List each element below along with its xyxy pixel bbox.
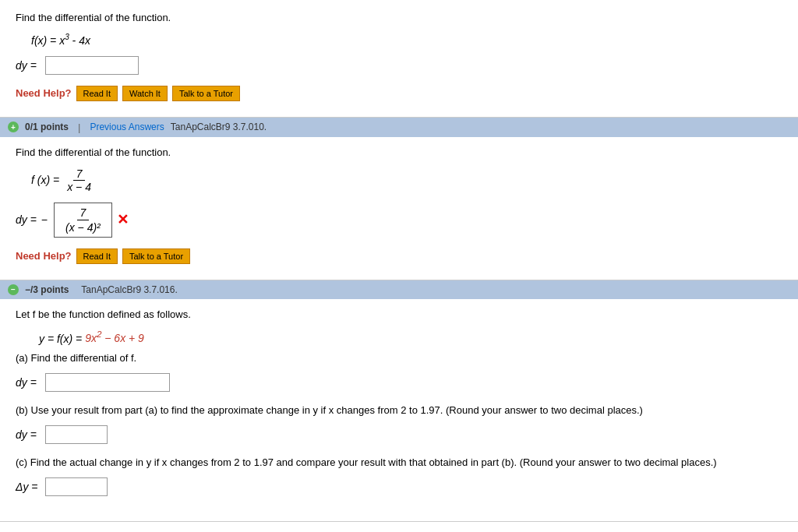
part-b: (b) Use your result from part (a) to fin… (16, 404, 782, 444)
frac-num-2: 7 (73, 167, 86, 181)
section-header-2: + 0/1 points | Previous Answers TanApCal… (0, 118, 798, 137)
status-circle-2: + (8, 122, 19, 132)
prev-answers-link-2[interactable]: Previous Answers (90, 122, 164, 132)
section-3: − −/3 points TanApCalcBr9 3.7.016. Let f… (0, 280, 798, 523)
answer-fraction-2: 7 (x − 4)² (54, 203, 112, 238)
eq-plain-3: y = f(x) = (39, 332, 85, 344)
section-2: + 0/1 points | Previous Answers TanApCal… (0, 118, 798, 280)
answer-row-c: Δy = (16, 477, 782, 496)
read-it-btn-1[interactable]: Read It (76, 86, 118, 101)
answer-den-2: (x − 4)² (62, 220, 104, 234)
points-label-3: −/3 points (25, 284, 69, 295)
eq-highlighted-3: 9x2 − 6x + 9 (85, 332, 144, 344)
function-display-1: f(x) = x3 - 4x (31, 33, 782, 47)
dy-label-b: dy = (16, 428, 39, 441)
part-c-label: (c) Find the actual change in y if x cha… (16, 456, 782, 468)
section-1: Find the differential of the function. f… (0, 0, 798, 118)
question-text-3: Let f be the function defined as follows… (16, 308, 782, 320)
delta-y-label-c: Δy = (16, 481, 39, 493)
separator-2: | (78, 122, 80, 133)
dy-input-a[interactable] (45, 373, 170, 392)
section-header-3: − −/3 points TanApCalcBr9 3.7.016. (0, 280, 798, 299)
part-b-label: (b) Use your result from part (a) to fin… (16, 404, 782, 416)
part-a-label: (a) Find the differential of f. (16, 352, 782, 364)
answer-row-1: dy = (16, 56, 782, 75)
function-prefix: f(x) = x (31, 34, 65, 47)
dy-label-a: dy = (16, 376, 39, 389)
fraction-display-2: 7 x − 4 (64, 167, 94, 193)
negative-sign-2: − (41, 213, 48, 226)
need-help-1: Need Help? Read It Watch It Talk to a Tu… (16, 86, 782, 101)
frac-den-2: x − 4 (64, 181, 94, 193)
need-help-label-2: Need Help? (16, 250, 72, 262)
answer-row-b: dy = (16, 425, 782, 444)
dy-input-1[interactable] (45, 56, 139, 75)
answer-row-a: dy = (16, 373, 782, 392)
status-circle-3: − (8, 284, 19, 295)
function-display-2: f (x) = 7 x − 4 (31, 167, 782, 193)
question-text-2: Find the differential of the function. (16, 146, 782, 158)
wrong-mark-2: ✕ (117, 211, 129, 228)
course-code-3: TanApCalcBr9 3.7.016. (81, 284, 177, 295)
talk-tutor-btn-1[interactable]: Talk to a Tutor (172, 86, 240, 101)
answer-num-2: 7 (77, 206, 90, 220)
talk-tutor-btn-2[interactable]: Talk to a Tutor (122, 248, 190, 264)
watch-it-btn-1[interactable]: Watch It (122, 86, 168, 101)
points-label-2: 0/1 points (25, 122, 69, 132)
part-c: (c) Find the actual change in y if x cha… (16, 456, 782, 496)
function-suffix: - 4x (69, 34, 90, 47)
need-help-label-1: Need Help? (16, 87, 72, 99)
delta-y-input-c[interactable] (45, 477, 108, 496)
dy-input-b[interactable] (45, 425, 108, 444)
read-it-btn-2[interactable]: Read It (76, 248, 118, 264)
question-text-1: Find the differential of the function. (16, 12, 782, 23)
part-a: (a) Find the differential of f. dy = (16, 352, 782, 392)
answer-row-2: dy = − 7 (x − 4)² ✕ (16, 203, 782, 238)
dy-label-2: dy = (16, 213, 37, 226)
equation-display-3: y = f(x) = 9x2 − 6x + 9 (39, 329, 782, 345)
func-label-2: f (x) = (31, 174, 59, 186)
course-code-2: TanApCalcBr9 3.7.010. (171, 122, 267, 132)
need-help-2: Need Help? Read It Talk to a Tutor (16, 248, 782, 264)
dy-label-1: dy = (16, 59, 39, 72)
